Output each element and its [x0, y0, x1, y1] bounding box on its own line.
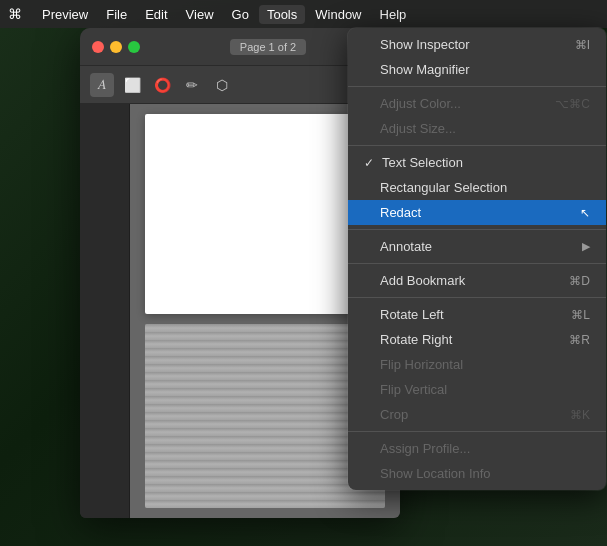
- minimize-button[interactable]: [110, 41, 122, 53]
- menu-item-rotate-left[interactable]: Rotate Left ⌘L: [348, 302, 606, 327]
- show-inspector-label: Show Inspector: [380, 37, 565, 52]
- crop-shortcut: ⌘K: [570, 408, 590, 422]
- separator-3: [348, 229, 606, 230]
- show-location-info-label: Show Location Info: [380, 466, 590, 481]
- sidebar: [80, 104, 130, 518]
- check-placeholder: [364, 467, 378, 481]
- menu-item-adjust-size: Adjust Size...: [348, 116, 606, 141]
- rotate-right-label: Rotate Right: [380, 332, 559, 347]
- traffic-lights: [92, 41, 140, 53]
- menu-file[interactable]: File: [98, 5, 135, 24]
- check-placeholder: [364, 358, 378, 372]
- menu-item-adjust-color: Adjust Color... ⌥⌘C: [348, 91, 606, 116]
- rectangular-selection-label: Rectangular Selection: [380, 180, 590, 195]
- check-placeholder: [364, 240, 378, 254]
- more-icon[interactable]: ⬡: [210, 73, 234, 97]
- menu-item-show-location-info: Show Location Info: [348, 461, 606, 486]
- menu-bar-items: Preview File Edit View Go Tools Window H…: [34, 5, 414, 24]
- page-indicator: Page 1 of 2: [230, 39, 306, 55]
- adjust-color-shortcut: ⌥⌘C: [555, 97, 590, 111]
- apple-menu-icon[interactable]: ⌘: [8, 6, 22, 22]
- check-placeholder: [364, 383, 378, 397]
- annotate-icon[interactable]: ✏: [180, 73, 204, 97]
- adjust-size-label: Adjust Size...: [380, 121, 580, 136]
- rotate-right-shortcut: ⌘R: [569, 333, 590, 347]
- show-magnifier-label: Show Magnifier: [380, 62, 580, 77]
- menu-item-annotate[interactable]: Annotate ▶: [348, 234, 606, 259]
- menu-edit[interactable]: Edit: [137, 5, 175, 24]
- annotate-label: Annotate: [380, 239, 582, 254]
- lasso-icon[interactable]: ⭕: [150, 73, 174, 97]
- check-placeholder: [364, 442, 378, 456]
- adjust-color-label: Adjust Color...: [380, 96, 545, 111]
- menu-help[interactable]: Help: [372, 5, 415, 24]
- menu-item-show-inspector[interactable]: Show Inspector ⌘I: [348, 32, 606, 57]
- text-selection-check: ✓: [364, 156, 378, 170]
- separator-6: [348, 431, 606, 432]
- separator-4: [348, 263, 606, 264]
- menu-item-flip-horizontal: Flip Horizontal: [348, 352, 606, 377]
- check-placeholder: [364, 408, 378, 422]
- text-tool-icon[interactable]: 𝐴: [90, 73, 114, 97]
- menu-preview[interactable]: Preview: [34, 5, 96, 24]
- menu-item-crop: Crop ⌘K: [348, 402, 606, 427]
- annotate-submenu-arrow: ▶: [582, 240, 590, 253]
- menu-item-text-selection[interactable]: ✓ Text Selection: [348, 150, 606, 175]
- rotate-left-shortcut: ⌘L: [571, 308, 590, 322]
- check-placeholder: [364, 38, 378, 52]
- add-bookmark-label: Add Bookmark: [380, 273, 559, 288]
- rect-select-icon[interactable]: ⬜: [120, 73, 144, 97]
- flip-horizontal-label: Flip Horizontal: [380, 357, 590, 372]
- cursor-indicator: ↖: [580, 206, 590, 220]
- menu-item-rectangular-selection[interactable]: Rectangular Selection: [348, 175, 606, 200]
- menu-item-rotate-right[interactable]: Rotate Right ⌘R: [348, 327, 606, 352]
- menu-window[interactable]: Window: [307, 5, 369, 24]
- check-placeholder: [364, 97, 378, 111]
- check-placeholder: [364, 308, 378, 322]
- check-placeholder: [364, 206, 378, 220]
- menu-go[interactable]: Go: [224, 5, 257, 24]
- check-placeholder: [364, 122, 378, 136]
- flip-vertical-label: Flip Vertical: [380, 382, 590, 397]
- separator-1: [348, 86, 606, 87]
- text-selection-label: Text Selection: [382, 155, 590, 170]
- menu-tools[interactable]: Tools: [259, 5, 305, 24]
- menu-view[interactable]: View: [178, 5, 222, 24]
- menu-item-add-bookmark[interactable]: Add Bookmark ⌘D: [348, 268, 606, 293]
- assign-profile-label: Assign Profile...: [380, 441, 590, 456]
- check-placeholder: [364, 181, 378, 195]
- rotate-left-label: Rotate Left: [380, 307, 561, 322]
- tools-dropdown-menu: Show Inspector ⌘I Show Magnifier Adjust …: [348, 28, 606, 490]
- menu-item-redact[interactable]: Redact ↖: [348, 200, 606, 225]
- redact-label: Redact: [380, 205, 576, 220]
- show-inspector-shortcut: ⌘I: [575, 38, 590, 52]
- check-placeholder: [364, 63, 378, 77]
- separator-2: [348, 145, 606, 146]
- separator-5: [348, 297, 606, 298]
- check-placeholder: [364, 333, 378, 347]
- menu-item-show-magnifier[interactable]: Show Magnifier: [348, 57, 606, 82]
- menu-bar: ⌘ Preview File Edit View Go Tools Window…: [0, 0, 607, 28]
- check-placeholder: [364, 274, 378, 288]
- crop-label: Crop: [380, 407, 560, 422]
- add-bookmark-shortcut: ⌘D: [569, 274, 590, 288]
- menu-item-assign-profile: Assign Profile...: [348, 436, 606, 461]
- menu-item-flip-vertical: Flip Vertical: [348, 377, 606, 402]
- maximize-button[interactable]: [128, 41, 140, 53]
- close-button[interactable]: [92, 41, 104, 53]
